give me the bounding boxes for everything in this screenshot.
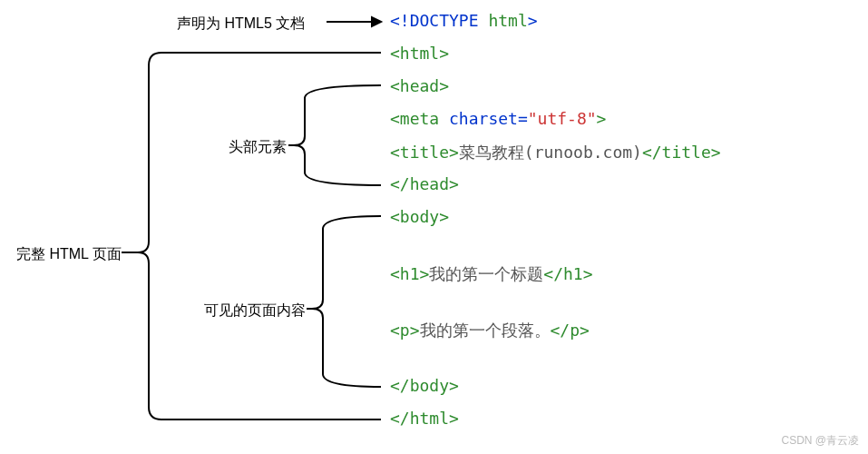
svg-marker-1 — [372, 17, 381, 26]
connectors — [0, 0, 868, 454]
watermark: CSDN @青云凌 — [781, 433, 859, 449]
